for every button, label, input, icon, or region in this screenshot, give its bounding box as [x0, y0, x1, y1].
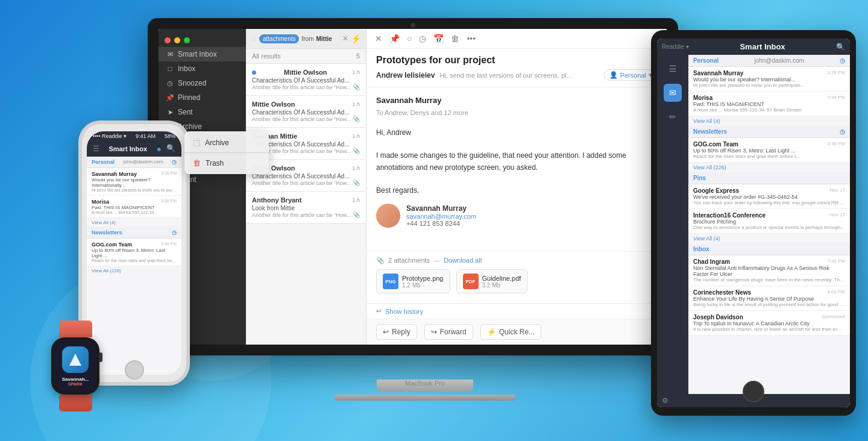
ipad-device: Readdie ▾ Smart Inbox 🔍 ☰ ✉ ✏ Personal j… — [651, 30, 856, 416]
context-menu-trash[interactable]: 🗑 Trash — [184, 154, 269, 172]
detail-meta: Andrew Ielisieiev Hi, send me last versi… — [376, 69, 658, 81]
delete-toolbar-icon[interactable]: 🗑 — [451, 34, 459, 43]
sent-icon: ➤ — [166, 108, 174, 116]
watch-band-bottom — [59, 395, 92, 411]
detail-toolbar: ✕ 📌 ○ ◷ 📅 🗑 ••• — [366, 29, 667, 49]
mail-time: 1 h — [352, 165, 360, 171]
ipad-mail-item-6[interactable]: Corinechester News 3:08 PM Enhance Your … — [688, 286, 850, 311]
forward-icon: ↪ — [431, 328, 437, 336]
ipad-view-all-newsletters[interactable]: View All (226) — [688, 163, 850, 172]
mail-item-0[interactable]: Mittie Owlson 1 h Characteristics Of A S… — [246, 64, 366, 96]
iphone-compose-icon[interactable]: ● — [157, 144, 162, 154]
ipad-mail-item-0[interactable]: Savannah Murray 3:26 PM Would you be our… — [688, 67, 850, 92]
sidebar-item-inbox[interactable]: □ Inbox — [159, 61, 246, 76]
forward-label: Forward — [440, 328, 467, 336]
iphone-view-all-personal[interactable]: View All (4) — [87, 218, 181, 227]
personal-tag-label: Personal — [620, 72, 646, 79]
iphone-header: ☰ Smart Inbox ● 🔍 — [87, 141, 181, 157]
ipad-view-all-pins[interactable]: View All (4) — [688, 234, 850, 243]
ipad-mail-item-3[interactable]: Google Express Nov 17 We've received you… — [688, 184, 850, 209]
search-clear-button[interactable]: ✕ — [342, 34, 348, 43]
download-all-button[interactable]: Download all — [444, 257, 482, 264]
ipad-preview-7: It is now possible to charter, rent or l… — [693, 327, 845, 332]
search-tag-attachments[interactable]: attachments — [259, 34, 299, 43]
iphone-mail-item-1[interactable]: Morisa 3:38 PM Fwd: THIS IS MAGNIFICENT … — [87, 196, 181, 218]
ipad-mail-item-2[interactable]: GOG.com Team 3:38 PM Up to 80% off Risen… — [688, 138, 850, 163]
ipad-mail-list: ☰ ✉ ✏ Personal john@daskim.com ◷ Savanna… — [657, 55, 850, 394]
ipad-mail-item-7[interactable]: Joseph Davidson Sponsored Trip To Iqalui… — [688, 311, 850, 336]
iphone-mail-item-2[interactable]: GOG.com Team 3:38 PM Up to 80% off Risen… — [87, 239, 181, 266]
file-name-1: Guideline.pdf — [482, 275, 521, 282]
history-icon: ↩ — [376, 307, 382, 315]
attachment-icon: 📎 — [353, 84, 360, 90]
iphone-mail-item-0[interactable]: Savannah Murray 3:26 PM Would you be our… — [87, 168, 181, 196]
sidebar-item-pinned[interactable]: 📌 Pinned — [159, 90, 246, 105]
ipad-nav-compose[interactable]: ✏ — [664, 108, 682, 126]
close-toolbar-icon[interactable]: ✕ — [375, 34, 382, 43]
calendar-toolbar-icon[interactable]: 📅 — [433, 34, 444, 43]
ipad-preview-6: Being lucky in life is the result of put… — [693, 302, 845, 307]
list-header-label: All results — [252, 52, 281, 60]
ipad-preview-3: You can track your order by following th… — [693, 200, 845, 205]
ipad-preview-0: Hi john! We are pleased to invite you to… — [693, 83, 845, 88]
sidebar-item-sent[interactable]: ➤ Sent — [159, 105, 246, 119]
smart-inbox-icon: ✉ — [166, 50, 174, 58]
attachment-file-0[interactable]: PNG Prototype.png 1.2 Mb — [376, 269, 450, 293]
ipad-search-icon[interactable]: 🔍 — [836, 43, 845, 51]
attachments-count: 2 attachments — [388, 257, 430, 264]
more-toolbar-icon[interactable]: ••• — [467, 34, 476, 43]
ipad-subject-6: Enhance Your Life By Having A Sense Of P… — [693, 296, 845, 302]
attachment-icon: 📎 — [353, 148, 360, 154]
search-lightning-icon[interactable]: ⚡ — [351, 34, 361, 43]
context-menu-archive[interactable]: ⬚ Archive — [184, 134, 269, 151]
ipad-inbox-label: Inbox — [693, 246, 709, 252]
iphone-search-icon[interactable]: 🔍 — [166, 144, 175, 154]
show-history-button[interactable]: ↩ Show history — [366, 303, 667, 319]
iphone-home-button[interactable] — [125, 360, 144, 380]
attachment-file-1[interactable]: PDF Guideline.pdf 3.2 Mb — [456, 269, 528, 293]
forward-button[interactable]: ↪ Forward — [424, 324, 473, 340]
attachment-icon: 📎 — [353, 180, 360, 186]
iphone-personal-email: john@daskim.com — [124, 159, 163, 165]
ipad-mail-item-1[interactable]: Morisa 3:38 PM Fwd: THIS IS MAGNIFICENT … — [688, 92, 850, 116]
thread-to: To Andrew, Denys and 12 more — [376, 109, 658, 116]
iphone-header-icons: ● 🔍 — [157, 144, 175, 154]
mail-item-1[interactable]: Mittie Owlson 1 h Characteristics Of A S… — [246, 96, 366, 128]
minimize-button[interactable] — [174, 37, 180, 43]
iphone-menu-icon[interactable]: ☰ — [93, 145, 99, 153]
reply-button[interactable]: ↩ Reply — [376, 324, 417, 340]
list-header-count: 5 — [356, 52, 360, 60]
iphone-time: 9:41 AM — [136, 133, 156, 139]
sender-contact-email: savannah@murray.com — [406, 213, 476, 220]
maximize-button[interactable] — [184, 37, 190, 43]
sidebar-item-snoozed[interactable]: ◷ Snoozed — [159, 76, 246, 90]
ipad-nav-menu[interactable]: ☰ — [664, 60, 682, 78]
mail-item-4[interactable]: Anthony Bryant 1 h Look from Mittie Anot… — [246, 192, 366, 224]
sidebar-item-inbox-label: Inbox — [178, 64, 195, 73]
circle-toolbar-icon[interactable]: ○ — [407, 34, 412, 43]
snooze-toolbar-icon[interactable]: ◷ — [419, 34, 426, 43]
body-closing: Best regards, — [376, 185, 658, 196]
ipad-mail-item-5[interactable]: Chad Ingram 7:30 PM Non Steroidal Anti I… — [688, 255, 850, 286]
ipad-time-5: 7:30 PM — [827, 258, 845, 265]
ipad-nav-inbox[interactable]: ✉ — [664, 84, 682, 102]
sidebar-item-smart-inbox[interactable]: ✉ Smart Inbox — [159, 47, 246, 61]
watch-body: Savannah... SPARK — [51, 337, 99, 395]
personal-tag[interactable]: 👤 Personal ▾ — [604, 69, 658, 81]
ipad-mail-item-4[interactable]: Interaction16 Conference Nov 17 Brochure… — [688, 209, 850, 234]
svg-marker-0 — [69, 354, 81, 366]
mail-subject: Characteristics Of A Successful Ad... — [252, 77, 360, 84]
close-button[interactable] — [165, 37, 171, 43]
iphone-title: Smart Inbox — [108, 145, 147, 152]
iphone-view-all-newsletters[interactable]: View All (226) — [87, 266, 181, 275]
ipad-settings-icon[interactable]: ⚙ — [662, 396, 668, 405]
ipad-time-6: 3:08 PM — [827, 289, 845, 296]
archive-label: Archive — [205, 139, 229, 147]
mail-preview: Another title for this article can be "H… — [252, 116, 351, 122]
ipad-view-all-personal[interactable]: View All (4) — [688, 116, 850, 126]
ipad-home-button[interactable] — [743, 381, 764, 402]
quick-reply-button[interactable]: ⚡ Quick Re... — [480, 324, 541, 340]
pin-toolbar-icon[interactable]: 📌 — [389, 34, 400, 43]
iphone-battery: 58% — [165, 133, 175, 139]
thread-sender-row: Savannah Murray — [376, 95, 658, 105]
